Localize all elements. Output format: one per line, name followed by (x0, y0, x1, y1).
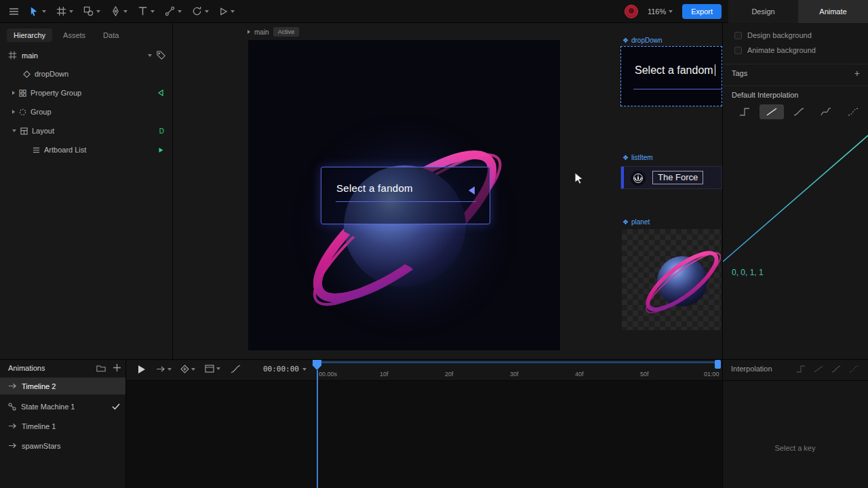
tab-hierarchy[interactable]: Hierarchy (7, 28, 52, 42)
interpolation-mini-buttons (796, 365, 859, 373)
tree-item-property-group[interactable]: Property Group (0, 83, 172, 102)
work-area-end-handle[interactable] (715, 360, 721, 369)
folder-icon[interactable] (96, 364, 106, 372)
tree-item-group[interactable]: Group (0, 102, 172, 121)
mini-planet-rings (622, 229, 721, 330)
ruler-label: 01:00 (704, 371, 719, 378)
fandom-dropdown[interactable]: Select a fandom (321, 167, 490, 224)
dropdown-label: Select a fandom (336, 182, 413, 194)
snap-keys-button[interactable] (180, 365, 195, 373)
text-tool[interactable] (136, 3, 157, 19)
chevron-down-icon[interactable] (96, 10, 100, 13)
design-background-checkbox[interactable] (734, 32, 742, 39)
chevron-down-icon[interactable] (42, 10, 46, 13)
pen-icon (111, 6, 121, 16)
check-icon (112, 403, 120, 410)
data-bind-badge: D (159, 127, 164, 135)
tree-item-dropdown[interactable]: dropDown (0, 64, 172, 83)
interp-custom-button[interactable] (841, 104, 865, 119)
preview-planet[interactable] (622, 229, 721, 330)
chevron-down-icon (669, 10, 673, 13)
interp-cubic-mini-icon[interactable] (831, 365, 841, 373)
artboard-main[interactable]: Select a fandom (248, 39, 561, 351)
pen-tool[interactable] (108, 3, 130, 19)
animate-mode-tab[interactable]: Animate (798, 0, 868, 23)
tree-root-main[interactable]: main (0, 46, 172, 64)
triangle-left-icon (157, 89, 164, 96)
animate-background-checkbox[interactable] (734, 47, 742, 54)
artboard-tool[interactable] (54, 3, 75, 19)
shapes-tool[interactable] (81, 3, 102, 19)
add-animation-button[interactable] (113, 363, 121, 372)
playback-mode-button[interactable] (156, 366, 172, 372)
curves-view-button[interactable] (231, 365, 241, 373)
animation-item-timeline-1[interactable]: Timeline 1 (0, 418, 125, 434)
bone-icon (165, 6, 175, 16)
dropdown-arrow-icon[interactable] (469, 186, 475, 195)
interp-elastic-button[interactable] (814, 104, 838, 119)
chevron-down-icon (191, 368, 195, 371)
workspace-options-button[interactable] (205, 365, 220, 373)
zoom-control[interactable]: 116% (648, 7, 673, 16)
expand-caret-icon[interactable] (12, 91, 15, 95)
instance-indicator-icon (158, 147, 164, 153)
chevron-down-icon[interactable] (205, 10, 209, 13)
animate-background-row[interactable]: Animate background (734, 46, 816, 54)
transform-tool[interactable] (190, 3, 211, 19)
interp-hold-button[interactable] (732, 104, 757, 119)
select-tool[interactable] (27, 3, 48, 20)
work-area-bar[interactable] (317, 361, 719, 363)
time-display[interactable]: 00:00:00 (263, 365, 307, 373)
design-background-row[interactable]: Design background (734, 31, 812, 39)
bone-tool[interactable] (163, 3, 184, 19)
preview-dropdown[interactable]: Select a fandom (620, 46, 722, 106)
design-mode-tab[interactable]: Design (728, 0, 798, 23)
interp-hold-mini-icon[interactable] (796, 365, 806, 373)
zoom-level: 116% (648, 7, 666, 16)
interp-linear-mini-icon[interactable] (814, 365, 823, 373)
animation-item-state-machine-1[interactable]: State Machine 1 (0, 398, 125, 415)
expand-caret-icon[interactable] (12, 110, 15, 114)
workspace-icon (205, 365, 214, 373)
preview-label-planet[interactable]: ❖ planet (623, 218, 650, 226)
avatar[interactable] (625, 5, 638, 18)
collapse-caret-icon[interactable] (12, 129, 16, 132)
chevron-down-icon[interactable] (148, 54, 152, 57)
play-button[interactable] (138, 365, 146, 374)
chevron-down-icon[interactable] (151, 10, 155, 13)
interpolation-zone: Interpolation Select a key (722, 360, 868, 488)
preview-listitem[interactable]: The Force (620, 166, 722, 189)
bezier-curve-editor[interactable] (723, 124, 868, 264)
tree-item-artboard-list[interactable]: Artboard List (0, 140, 172, 159)
one-shot-icon (8, 423, 17, 429)
timeline-tracks[interactable] (126, 381, 722, 488)
artboard-header[interactable]: main Active (248, 27, 299, 37)
tab-data[interactable]: Data (96, 28, 125, 42)
animation-item-spawnstars[interactable]: spawnStars (0, 437, 125, 454)
tab-assets[interactable]: Assets (56, 28, 92, 42)
menu-button[interactable] (7, 5, 21, 18)
chevron-down-icon[interactable] (231, 10, 235, 13)
mouse-cursor (574, 172, 584, 184)
tag-icon[interactable] (157, 51, 165, 60)
playhead-handle[interactable] (313, 360, 321, 370)
play-preview-tool[interactable] (217, 4, 237, 19)
preview-label-listitem[interactable]: ❖ listItem (623, 154, 653, 161)
add-tag-button[interactable]: + (854, 68, 860, 79)
timeline-panel: Animations Timeline 2 State Machine 1 Ti… (0, 359, 868, 488)
jedi-order-icon (631, 171, 646, 186)
group-icon (19, 89, 26, 97)
stage-canvas[interactable]: main Active (173, 23, 722, 359)
interp-custom-mini-icon[interactable] (849, 365, 859, 373)
chevron-down-icon[interactable] (69, 10, 73, 13)
interp-cubic-button[interactable] (787, 104, 811, 119)
animations-title: Animations (8, 364, 45, 372)
listitem-text[interactable]: The Force (652, 171, 703, 184)
preview-label-dropdown[interactable]: ❖ dropDown (623, 37, 663, 44)
interp-linear-button[interactable] (760, 104, 784, 119)
chevron-down-icon[interactable] (178, 10, 182, 13)
chevron-down-icon[interactable] (123, 10, 127, 13)
export-button[interactable]: Export (682, 4, 722, 19)
tree-item-layout[interactable]: Layout D (0, 121, 172, 140)
animation-item-timeline-2[interactable]: Timeline 2 (0, 378, 125, 394)
